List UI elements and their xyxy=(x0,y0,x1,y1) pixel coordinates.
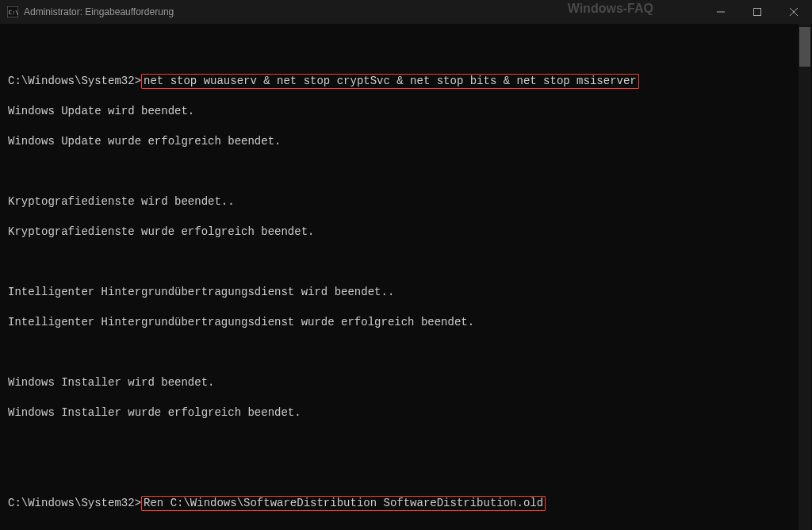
command-highlight: net stop wuauserv & net stop cryptSvc & … xyxy=(141,74,639,89)
maximize-button[interactable] xyxy=(739,0,776,24)
output-line: Windows Installer wird beendet. xyxy=(8,375,812,390)
svg-rect-3 xyxy=(754,9,761,16)
prompt-line: C:\Windows\System32>net stop wuauserv & … xyxy=(8,74,812,89)
close-button[interactable] xyxy=(776,0,812,24)
output-line xyxy=(8,436,812,451)
prompt: C:\Windows\System32> xyxy=(8,497,141,509)
output-line: Intelligenter Hintergrundübertragungsdie… xyxy=(8,285,812,300)
output-line: Windows Installer wurde erfolgreich been… xyxy=(8,405,812,421)
output-line xyxy=(8,164,812,179)
output-line: Kryptografiedienste wird beendet.. xyxy=(8,194,812,209)
prompt: C:\Windows\System32> xyxy=(8,75,141,87)
output-line: Kryptografiedienste wurde erfolgreich be… xyxy=(8,225,812,240)
svg-text:C:\: C:\ xyxy=(9,10,18,16)
terminal-body[interactable]: C:\Windows\System32>net stop wuauserv & … xyxy=(0,24,812,530)
output-line xyxy=(8,466,812,481)
output-line: Windows Update wurde erfolgreich beendet… xyxy=(8,134,812,149)
minimize-button[interactable] xyxy=(703,0,739,24)
window-controls xyxy=(703,0,812,24)
output-line: Windows Update wird beendet. xyxy=(8,104,812,119)
prompt-line: C:\Windows\System32>Ren C:\Windows\Softw… xyxy=(8,496,812,511)
command-highlight: Ren C:\Windows\SoftwareDistribution Soft… xyxy=(141,496,546,511)
output-line xyxy=(8,526,812,530)
window-title: Administrator: Eingabeaufforderung xyxy=(24,6,174,17)
output-line xyxy=(8,255,812,270)
output-line xyxy=(8,345,812,360)
output-line xyxy=(8,44,812,59)
cmd-icon: C:\ xyxy=(6,6,19,18)
titlebar[interactable]: C:\ Administrator: Eingabeaufforderung xyxy=(0,0,812,24)
output-line: Intelligenter Hintergrundübertragungsdie… xyxy=(8,315,812,330)
